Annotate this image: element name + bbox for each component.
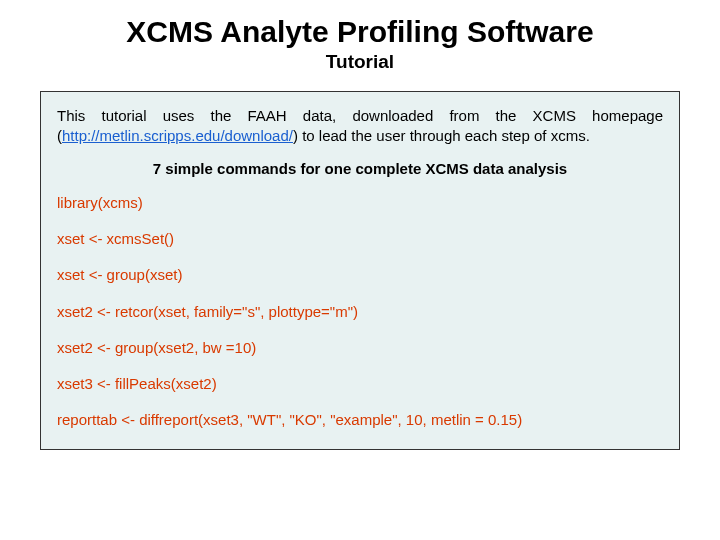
code-line: library(xcms) <box>57 193 663 213</box>
page-subtitle: Tutorial <box>40 51 680 73</box>
page-title: XCMS Analyte Profiling Software <box>40 15 680 49</box>
code-line: xset2 <- group(xset2, bw =10) <box>57 338 663 358</box>
slide: XCMS Analyte Profiling Software Tutorial… <box>0 0 720 470</box>
code-line: xset2 <- retcor(xset, family="s", plotty… <box>57 302 663 322</box>
code-line: xset3 <- fillPeaks(xset2) <box>57 374 663 394</box>
intro-text: This tutorial uses the FAAH data, downlo… <box>57 106 663 147</box>
code-line: xset <- group(xset) <box>57 265 663 285</box>
download-link[interactable]: http://metlin.scripps.edu/download/ <box>62 127 293 144</box>
section-heading: 7 simple commands for one complete XCMS … <box>57 159 663 179</box>
intro-suffix: ) to lead the user through each step of … <box>293 127 590 144</box>
code-line: reporttab <- diffreport(xset3, "WT", "KO… <box>57 410 663 430</box>
code-line: xset <- xcmsSet() <box>57 229 663 249</box>
content-box: This tutorial uses the FAAH data, downlo… <box>40 91 680 450</box>
